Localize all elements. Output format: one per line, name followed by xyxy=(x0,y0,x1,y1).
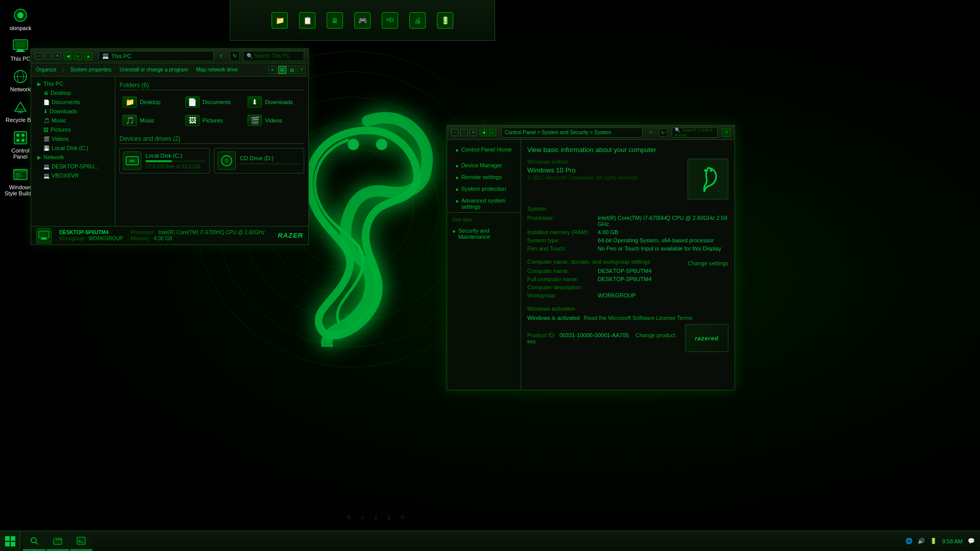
nav-music[interactable]: 🎵 Music xyxy=(31,116,115,125)
close-button[interactable]: ✕ xyxy=(54,53,61,60)
address-bar[interactable]: 💻 This PC xyxy=(99,51,214,61)
folder-videos[interactable]: 🎬 Videos xyxy=(244,113,304,128)
nav-desktop[interactable]: 🖥 Desktop xyxy=(31,88,115,97)
folder-pictures-icon: 🖼 xyxy=(185,115,200,126)
nav-tree: ▶ This PC 🖥 Desktop 📄 Documents ⬇ Downlo… xyxy=(31,77,115,226)
folder-downloads[interactable]: ⬇ Downloads xyxy=(244,94,304,110)
cp-view-title: View basic information about your comput… xyxy=(527,146,728,154)
cp-home-icon: ● xyxy=(455,147,459,153)
search-placeholder: Search This PC xyxy=(254,53,290,59)
taskbar: 🌐 🔊 🔋 9:58 AM 💬 xyxy=(0,531,980,551)
nav-back-button[interactable]: ◀ xyxy=(64,52,72,60)
cp-minimize-button[interactable]: ─ xyxy=(451,129,458,136)
drive-c[interactable]: HD Local Disk (C:) 17.5 GB free of 31.5 … xyxy=(119,148,210,173)
launch-icon-printer[interactable]: 🖨 xyxy=(406,9,429,32)
svg-rect-20 xyxy=(15,178,19,179)
battery-tray-icon[interactable]: 🔋 xyxy=(930,538,937,544)
refresh-button[interactable]: ↻ xyxy=(230,51,240,61)
cp-nav-protection[interactable]: ● System protection xyxy=(447,183,521,195)
cp-nav-advanced[interactable]: ● Advanced system settings xyxy=(447,195,521,212)
cp-nav-forward[interactable]: ▶ xyxy=(489,129,496,136)
volume-tray-icon[interactable]: 🔊 xyxy=(918,538,925,544)
maximize-button[interactable]: □ xyxy=(44,53,52,60)
nav-forward-button[interactable]: ▶ xyxy=(74,52,82,60)
nav-downloads[interactable]: ⬇ Downloads xyxy=(31,107,115,116)
taskbar-search-button[interactable] xyxy=(23,532,45,550)
cp-nav-remote[interactable]: ● Remote settings xyxy=(447,171,521,183)
folder-videos-icon: 🎬 xyxy=(248,115,262,126)
organize-button[interactable]: Organize xyxy=(34,66,59,73)
folder-music[interactable]: 🎵 Music xyxy=(119,113,179,128)
folders-section-header: Folders (6) xyxy=(119,81,304,90)
nav-documents[interactable]: 📄 Documents xyxy=(31,97,115,107)
system-properties-button[interactable]: System properties xyxy=(68,66,114,73)
minimize-button[interactable]: ─ xyxy=(35,53,42,60)
notification-tray-icon[interactable]: 💬 xyxy=(968,538,975,544)
nav-videos[interactable]: 🎬 Videos xyxy=(31,134,115,143)
uninstall-button[interactable]: Uninstall or change a program xyxy=(117,66,190,73)
cp-computername-header: Computer name, domain, and workgroup set… xyxy=(527,259,728,268)
folder-pictures[interactable]: 🖼 Pictures xyxy=(182,113,242,128)
folder-documents-icon: 📄 xyxy=(185,96,200,108)
nav-videos-label: Videos xyxy=(52,136,68,142)
cp-product-row: Product ID: 00331-10000-00001-AA705 Chan… xyxy=(527,324,728,352)
launch-icon-monitor[interactable]: 🖥 xyxy=(324,9,346,32)
launch-icon-folder[interactable]: 📁 xyxy=(268,9,291,32)
launch-icon-storage[interactable]: HD xyxy=(379,9,401,32)
start-button[interactable] xyxy=(0,531,20,552)
cp-nav-back[interactable]: ◀ xyxy=(480,129,487,136)
nav-localdisk[interactable]: 💾 Local Disk (C:) xyxy=(31,143,115,153)
cp-address-bar[interactable]: Control Panel > System and Security > Sy… xyxy=(501,128,643,138)
cp-edition-row: Windows edition Windows 10 Pro © 2017 Mi… xyxy=(527,159,728,199)
launch-icon-files[interactable]: 📋 xyxy=(296,9,318,32)
nav-localdisk-label: Local Disk (C:) xyxy=(52,145,88,151)
footer-memory-value: 4.00 GB xyxy=(154,236,173,241)
explorer-footer: DESKTOP-5P6UTM4 Workgroup: WORKGROUP Pro… xyxy=(31,226,308,244)
cp-advanced-label: Advanced system settings xyxy=(461,197,516,210)
folder-documents[interactable]: 📄 Documents xyxy=(182,94,242,110)
clock[interactable]: 9:58 AM xyxy=(942,538,963,544)
thispc-nav-icon: ▶ xyxy=(37,81,41,87)
cp-search-bar[interactable]: 🔍 Search Control Panel xyxy=(672,128,718,138)
network-tray-icon[interactable]: 🌐 xyxy=(905,538,913,544)
cp-maximize-button[interactable]: □ xyxy=(460,129,468,136)
search-bar[interactable]: 🔍 Search This PC xyxy=(243,51,304,61)
launch-monitor-icon: 🖥 xyxy=(327,12,343,29)
nav-vboxsvr[interactable]: 💻 VBOXSVR xyxy=(31,171,115,180)
nav-pictures[interactable]: 🖼 Pictures xyxy=(31,125,115,134)
file-explorer-window: ─ □ ✕ ◀ ▶ ▲ 💻 This PC ▼ ↻ 🔍 Search This … xyxy=(31,48,309,245)
cp-windows-logo xyxy=(688,159,728,199)
help-button[interactable]: ? xyxy=(298,66,306,74)
nav-desktop5p6u[interactable]: 💻 DESKTOP-5P6U... xyxy=(31,162,115,171)
view-list-button[interactable]: ≡ xyxy=(268,66,277,74)
cp-processor-row: Processor: Intel(R) Core(TM) i7-6700HQ C… xyxy=(527,215,728,227)
cp-description-label: Computer description: xyxy=(527,284,594,290)
nav-network[interactable]: ▶ Network xyxy=(31,153,115,162)
folder-desktop-icon: 📁 xyxy=(122,96,137,108)
cp-address-dropdown[interactable]: ▼ xyxy=(647,129,654,136)
nav-up-button[interactable]: ▲ xyxy=(84,52,92,60)
view-grid-button[interactable]: ⊞ xyxy=(278,66,286,74)
cp-refresh[interactable]: ↻ xyxy=(659,129,667,137)
address-dropdown[interactable]: ▼ xyxy=(217,52,225,60)
cp-nav-home[interactable]: ● Control Panel Home xyxy=(447,144,521,156)
launch-icon-gamepad[interactable]: 🎮 xyxy=(351,9,374,32)
cp-edition-label: Windows edition xyxy=(527,159,682,165)
drive-d[interactable]: CD Drive (D:) xyxy=(214,148,304,173)
taskbar-file-explorer-button[interactable] xyxy=(46,532,69,550)
cp-read-terms-link[interactable]: Read the Microsoft Software License Term… xyxy=(584,315,693,321)
cp-change-settings-link[interactable]: Change settings xyxy=(688,260,729,266)
desktop-icon-skinpack[interactable]: skinpack xyxy=(3,5,38,33)
cp-help-button[interactable]: ? xyxy=(722,129,730,137)
map-drive-button[interactable]: Map network drive xyxy=(194,66,240,73)
cp-close-button[interactable]: ✕ xyxy=(470,129,477,136)
cp-nav-device-manager[interactable]: ● Device Manager xyxy=(447,160,521,171)
nav-thispc[interactable]: ▶ This PC xyxy=(31,79,115,88)
folder-desktop[interactable]: 📁 Desktop xyxy=(119,94,179,110)
taskbar-cmd-button[interactable] xyxy=(70,532,92,550)
launch-icon-battery[interactable]: 🔋 xyxy=(434,9,456,32)
svg-point-30 xyxy=(709,169,712,171)
view-detail-button[interactable]: ▤ xyxy=(288,66,296,74)
svg-point-29 xyxy=(704,169,706,171)
cp-security-maintenance[interactable]: ● Security and Maintenance xyxy=(452,225,516,242)
